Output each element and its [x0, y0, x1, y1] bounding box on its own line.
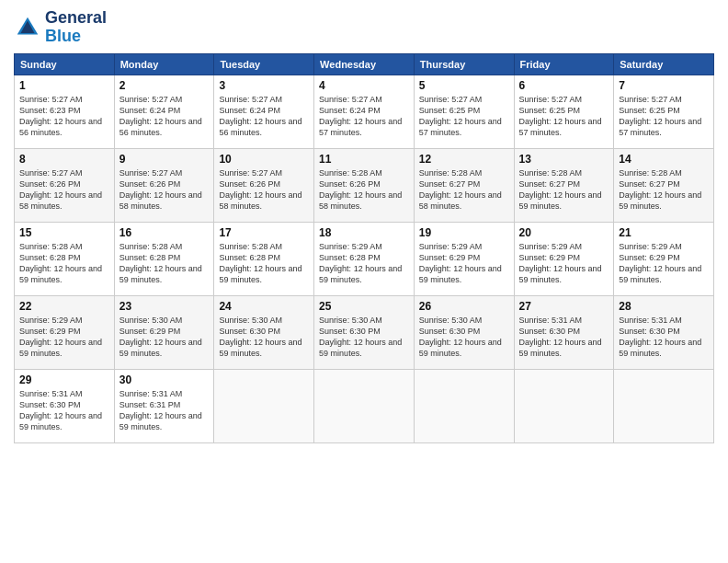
- day-info: Sunrise: 5:29 AM Sunset: 6:29 PM Dayligh…: [519, 241, 609, 286]
- day-info: Sunrise: 5:27 AM Sunset: 6:26 PM Dayligh…: [219, 167, 309, 213]
- day-info: Sunrise: 5:28 AM Sunset: 6:28 PM Dayligh…: [219, 241, 309, 286]
- calendar-cell: 28 Sunrise: 5:31 AM Sunset: 6:30 PM Dayl…: [614, 295, 714, 369]
- calendar-cell: 19 Sunrise: 5:29 AM Sunset: 6:29 PM Dayl…: [414, 222, 514, 295]
- day-number: 29: [19, 373, 109, 386]
- day-number: 16: [119, 226, 210, 239]
- calendar-cell: 4 Sunrise: 5:27 AM Sunset: 6:24 PM Dayli…: [314, 75, 415, 148]
- day-info: Sunrise: 5:31 AM Sunset: 6:31 PM Dayligh…: [119, 388, 210, 433]
- calendar-cell: 7 Sunrise: 5:27 AM Sunset: 6:25 PM Dayli…: [614, 75, 714, 148]
- day-number: 28: [619, 300, 709, 313]
- calendar-cell: [614, 369, 714, 442]
- day-info: Sunrise: 5:27 AM Sunset: 6:26 PM Dayligh…: [119, 167, 210, 213]
- day-info: Sunrise: 5:29 AM Sunset: 6:29 PM Dayligh…: [619, 241, 709, 286]
- calendar-cell: 12 Sunrise: 5:28 AM Sunset: 6:27 PM Dayl…: [414, 148, 514, 222]
- day-info: Sunrise: 5:27 AM Sunset: 6:25 PM Dayligh…: [419, 94, 509, 139]
- day-number: 9: [119, 153, 210, 166]
- calendar-cell: 8 Sunrise: 5:27 AM Sunset: 6:26 PM Dayli…: [15, 148, 115, 222]
- weekday-header-monday: Monday: [114, 53, 214, 75]
- day-number: 11: [319, 153, 409, 166]
- day-number: 4: [319, 79, 409, 92]
- calendar-cell: 5 Sunrise: 5:27 AM Sunset: 6:25 PM Dayli…: [414, 75, 514, 148]
- day-number: 6: [519, 79, 609, 92]
- calendar-cell: 23 Sunrise: 5:30 AM Sunset: 6:29 PM Dayl…: [114, 295, 214, 369]
- day-number: 25: [319, 300, 409, 313]
- day-info: Sunrise: 5:30 AM Sunset: 6:29 PM Dayligh…: [119, 315, 210, 360]
- logo-icon: [14, 14, 41, 41]
- day-number: 24: [219, 300, 309, 313]
- day-number: 1: [19, 79, 109, 92]
- day-number: 27: [519, 300, 609, 313]
- day-info: Sunrise: 5:31 AM Sunset: 6:30 PM Dayligh…: [619, 315, 709, 360]
- day-info: Sunrise: 5:28 AM Sunset: 6:26 PM Dayligh…: [319, 167, 409, 213]
- day-number: 19: [419, 226, 509, 239]
- calendar-cell: 16 Sunrise: 5:28 AM Sunset: 6:28 PM Dayl…: [114, 222, 214, 295]
- day-info: Sunrise: 5:27 AM Sunset: 6:25 PM Dayligh…: [619, 94, 709, 139]
- day-info: Sunrise: 5:27 AM Sunset: 6:23 PM Dayligh…: [19, 94, 109, 139]
- calendar-cell: 26 Sunrise: 5:30 AM Sunset: 6:30 PM Dayl…: [414, 295, 514, 369]
- day-info: Sunrise: 5:27 AM Sunset: 6:24 PM Dayligh…: [119, 94, 210, 139]
- calendar-cell: 1 Sunrise: 5:27 AM Sunset: 6:23 PM Dayli…: [15, 75, 115, 148]
- calendar-cell: 6 Sunrise: 5:27 AM Sunset: 6:25 PM Dayli…: [514, 75, 614, 148]
- calendar-cell: 22 Sunrise: 5:29 AM Sunset: 6:29 PM Dayl…: [15, 295, 115, 369]
- calendar-cell: 17 Sunrise: 5:28 AM Sunset: 6:28 PM Dayl…: [214, 222, 314, 295]
- day-number: 15: [19, 226, 109, 239]
- day-number: 5: [419, 79, 509, 92]
- day-info: Sunrise: 5:30 AM Sunset: 6:30 PM Dayligh…: [219, 315, 309, 360]
- calendar-cell: 18 Sunrise: 5:29 AM Sunset: 6:28 PM Dayl…: [314, 222, 415, 295]
- day-info: Sunrise: 5:31 AM Sunset: 6:30 PM Dayligh…: [19, 388, 109, 433]
- day-info: Sunrise: 5:30 AM Sunset: 6:30 PM Dayligh…: [319, 315, 409, 360]
- day-number: 26: [419, 300, 509, 313]
- day-info: Sunrise: 5:29 AM Sunset: 6:28 PM Dayligh…: [319, 241, 409, 286]
- day-number: 30: [119, 373, 210, 386]
- calendar-cell: 11 Sunrise: 5:28 AM Sunset: 6:26 PM Dayl…: [314, 148, 415, 222]
- weekday-header-friday: Friday: [514, 53, 614, 75]
- day-number: 22: [19, 300, 109, 313]
- calendar-cell: 14 Sunrise: 5:28 AM Sunset: 6:27 PM Dayl…: [614, 148, 714, 222]
- header: General Blue: [14, 9, 714, 46]
- calendar-cell: [514, 369, 614, 442]
- day-number: 18: [319, 226, 409, 239]
- calendar-cell: [214, 369, 314, 442]
- day-number: 10: [219, 153, 309, 166]
- logo: General Blue: [14, 9, 107, 46]
- calendar-cell: 2 Sunrise: 5:27 AM Sunset: 6:24 PM Dayli…: [114, 75, 214, 148]
- calendar-cell: 30 Sunrise: 5:31 AM Sunset: 6:31 PM Dayl…: [114, 369, 214, 442]
- weekday-header-wednesday: Wednesday: [314, 53, 415, 75]
- day-info: Sunrise: 5:28 AM Sunset: 6:27 PM Dayligh…: [619, 167, 709, 213]
- day-number: 21: [619, 226, 709, 239]
- weekday-header-tuesday: Tuesday: [214, 53, 314, 75]
- calendar-cell: 21 Sunrise: 5:29 AM Sunset: 6:29 PM Dayl…: [614, 222, 714, 295]
- calendar-cell: [414, 369, 514, 442]
- calendar-cell: 25 Sunrise: 5:30 AM Sunset: 6:30 PM Dayl…: [314, 295, 415, 369]
- calendar-cell: 20 Sunrise: 5:29 AM Sunset: 6:29 PM Dayl…: [514, 222, 614, 295]
- calendar-cell: 29 Sunrise: 5:31 AM Sunset: 6:30 PM Dayl…: [15, 369, 115, 442]
- calendar-cell: 13 Sunrise: 5:28 AM Sunset: 6:27 PM Dayl…: [514, 148, 614, 222]
- day-info: Sunrise: 5:30 AM Sunset: 6:30 PM Dayligh…: [419, 315, 509, 360]
- day-info: Sunrise: 5:29 AM Sunset: 6:29 PM Dayligh…: [419, 241, 509, 286]
- day-number: 14: [619, 153, 709, 166]
- day-number: 7: [619, 79, 709, 92]
- page: General Blue SundayMondayTuesdayWednesda…: [0, 0, 728, 563]
- day-number: 13: [519, 153, 609, 166]
- day-number: 8: [19, 153, 109, 166]
- calendar-cell: 10 Sunrise: 5:27 AM Sunset: 6:26 PM Dayl…: [214, 148, 314, 222]
- day-info: Sunrise: 5:27 AM Sunset: 6:24 PM Dayligh…: [219, 94, 309, 139]
- weekday-header-saturday: Saturday: [614, 53, 714, 75]
- day-info: Sunrise: 5:27 AM Sunset: 6:26 PM Dayligh…: [19, 167, 109, 213]
- day-info: Sunrise: 5:28 AM Sunset: 6:27 PM Dayligh…: [419, 167, 509, 213]
- logo-text: General Blue: [45, 9, 107, 46]
- day-info: Sunrise: 5:28 AM Sunset: 6:28 PM Dayligh…: [19, 241, 109, 286]
- calendar: SundayMondayTuesdayWednesdayThursdayFrid…: [14, 53, 714, 443]
- calendar-cell: 24 Sunrise: 5:30 AM Sunset: 6:30 PM Dayl…: [214, 295, 314, 369]
- calendar-cell: 27 Sunrise: 5:31 AM Sunset: 6:30 PM Dayl…: [514, 295, 614, 369]
- weekday-header-thursday: Thursday: [414, 53, 514, 75]
- day-number: 3: [219, 79, 309, 92]
- calendar-cell: [314, 369, 415, 442]
- day-number: 23: [119, 300, 210, 313]
- day-info: Sunrise: 5:31 AM Sunset: 6:30 PM Dayligh…: [519, 315, 609, 360]
- day-info: Sunrise: 5:27 AM Sunset: 6:24 PM Dayligh…: [319, 94, 409, 139]
- calendar-cell: 9 Sunrise: 5:27 AM Sunset: 6:26 PM Dayli…: [114, 148, 214, 222]
- day-number: 17: [219, 226, 309, 239]
- day-number: 2: [119, 79, 210, 92]
- calendar-cell: 15 Sunrise: 5:28 AM Sunset: 6:28 PM Dayl…: [15, 222, 115, 295]
